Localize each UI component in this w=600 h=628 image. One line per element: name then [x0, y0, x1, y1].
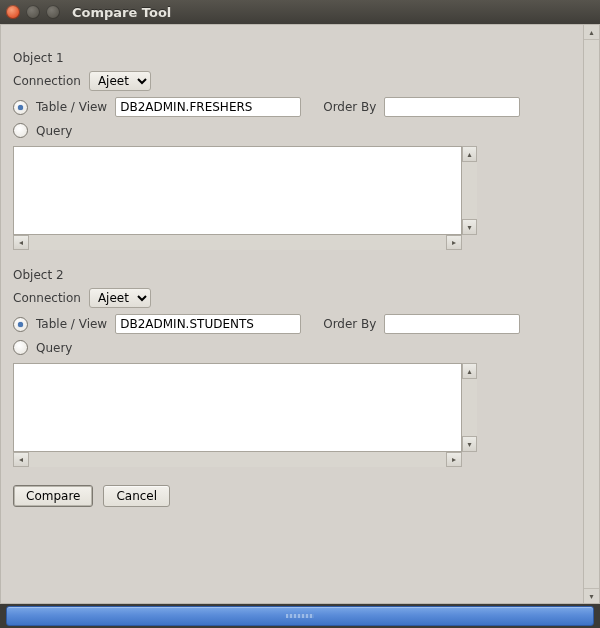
- object1-query-label: Query: [36, 124, 72, 138]
- object2-query-vscrollbar[interactable]: ▴ ▾: [462, 363, 477, 452]
- compare-button[interactable]: Compare: [13, 485, 93, 507]
- object1-query-editor: ▴ ▾ ◂ ▸: [13, 146, 477, 250]
- object2-query-hscrollbar[interactable]: ◂ ▸: [13, 452, 462, 467]
- object2-query-radio[interactable]: [13, 340, 28, 355]
- close-icon[interactable]: [6, 5, 20, 19]
- scroll-down-icon[interactable]: ▾: [462, 219, 477, 235]
- object1-table-radio[interactable]: [13, 100, 28, 115]
- object2-orderby-input[interactable]: [384, 314, 520, 334]
- object1-orderby-input[interactable]: [384, 97, 520, 117]
- object2-connection-row: Connection Ajeet: [13, 288, 579, 308]
- scroll-up-icon[interactable]: ▴: [462, 363, 477, 379]
- titlebar: Compare Tool: [0, 0, 600, 24]
- object1-query-radio[interactable]: [13, 123, 28, 138]
- maximize-icon[interactable]: [46, 5, 60, 19]
- object1-table-row: Table / View Order By: [13, 97, 579, 117]
- object2-title: Object 2: [13, 268, 579, 282]
- object2-table-row: Table / View Order By: [13, 314, 579, 334]
- scroll-down-icon[interactable]: ▾: [584, 588, 599, 603]
- object1-query-vscrollbar[interactable]: ▴ ▾: [462, 146, 477, 235]
- object1-connection-row: Connection Ajeet: [13, 71, 579, 91]
- minimize-icon[interactable]: [26, 5, 40, 19]
- taskbar: [0, 604, 600, 628]
- object2-table-input[interactable]: [115, 314, 301, 334]
- action-buttons: Compare Cancel: [13, 485, 579, 507]
- object1-orderby-label: Order By: [323, 100, 376, 114]
- object2-query-row: Query: [13, 340, 579, 355]
- object1-connection-label: Connection: [13, 74, 81, 88]
- scroll-left-icon[interactable]: ◂: [13, 452, 29, 467]
- object2-query-editor: ▴ ▾ ◂ ▸: [13, 363, 477, 467]
- object1-query-hscrollbar[interactable]: ◂ ▸: [13, 235, 462, 250]
- object2-table-label: Table / View: [36, 317, 107, 331]
- object2-table-radio[interactable]: [13, 317, 28, 332]
- scroll-up-icon[interactable]: ▴: [584, 25, 599, 40]
- form-panel: Object 1 Connection Ajeet Table / View O…: [1, 25, 583, 603]
- taskbar-item[interactable]: [6, 606, 594, 626]
- cancel-button[interactable]: Cancel: [103, 485, 170, 507]
- object1-connection-select[interactable]: Ajeet: [89, 71, 151, 91]
- panel-vscrollbar[interactable]: ▴ ▾: [583, 25, 599, 603]
- object2-query-label: Query: [36, 341, 72, 355]
- window-title: Compare Tool: [72, 5, 171, 20]
- object1-table-input[interactable]: [115, 97, 301, 117]
- object2-orderby-label: Order By: [323, 317, 376, 331]
- scroll-left-icon[interactable]: ◂: [13, 235, 29, 250]
- client-area: Object 1 Connection Ajeet Table / View O…: [0, 24, 600, 604]
- object1-title: Object 1: [13, 51, 579, 65]
- object1-query-row: Query: [13, 123, 579, 138]
- object2-connection-select[interactable]: Ajeet: [89, 288, 151, 308]
- object1-query-textarea[interactable]: [13, 146, 462, 235]
- object1-table-label: Table / View: [36, 100, 107, 114]
- object2-query-textarea[interactable]: [13, 363, 462, 452]
- object2-connection-label: Connection: [13, 291, 81, 305]
- scroll-right-icon[interactable]: ▸: [446, 235, 462, 250]
- scroll-up-icon[interactable]: ▴: [462, 146, 477, 162]
- scroll-right-icon[interactable]: ▸: [446, 452, 462, 467]
- scroll-down-icon[interactable]: ▾: [462, 436, 477, 452]
